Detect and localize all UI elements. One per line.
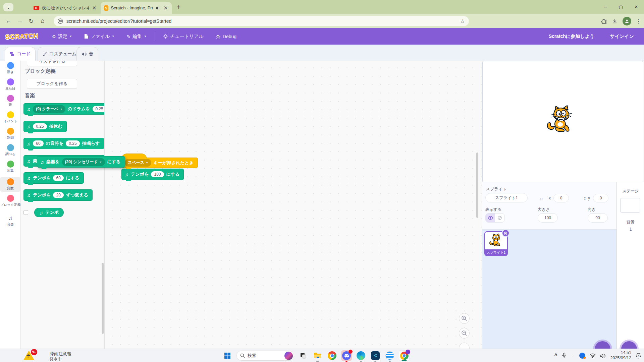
start-button[interactable] (222, 350, 233, 361)
script-set-tempo[interactable]: ♫ テンポを 180 にする (121, 169, 184, 180)
delete-sprite-button[interactable] (502, 229, 509, 237)
notification-bell-icon[interactable]: z (636, 353, 641, 359)
tray-chevron-up-icon[interactable]: ^ (554, 353, 557, 359)
tab-audio-icon[interactable] (155, 6, 160, 10)
backdrop-thumbnail[interactable] (620, 198, 640, 213)
key-dropdown[interactable]: スペース (125, 159, 151, 167)
show-sprite-button[interactable] (486, 214, 495, 222)
close-tab-icon[interactable]: ✕ (163, 5, 168, 11)
menu-edit[interactable]: ✎ 編集 ▼ (120, 28, 153, 45)
block-change-tempo[interactable]: ♫ テンポを 20 ずつ変える (23, 189, 93, 201)
code-scrollbar[interactable] (476, 153, 478, 218)
beats-input[interactable]: 0.25 (66, 140, 79, 146)
block-set-tempo[interactable]: ♫ テンポを 60 にする (23, 172, 84, 184)
scratch-logo[interactable]: SCRATCH (5, 32, 39, 41)
block-play-note[interactable]: ♫ 60 の音符を 0.25 拍鳴らす (23, 138, 104, 149)
tempo-input[interactable]: 60 (53, 175, 63, 181)
extensions-puzzle-icon[interactable] (601, 18, 607, 24)
close-tab-icon[interactable]: ✕ (92, 5, 97, 11)
tempo-input[interactable]: 180 (151, 171, 164, 177)
browser-menu-icon[interactable]: ⋮ (636, 18, 641, 24)
sprite-name-input[interactable] (485, 193, 528, 202)
reload-button[interactable]: ↻ (25, 17, 37, 25)
new-tab-button[interactable]: + (177, 3, 181, 11)
code-workspace[interactable] (105, 61, 482, 349)
tab-sounds[interactable]: 音 (76, 47, 98, 61)
url-text[interactable]: scratch.mit.edu/projects/editor/?tutoria… (66, 18, 457, 24)
category-sound[interactable]: 音 (0, 95, 21, 107)
menu-tutorials[interactable]: チュートリアル (157, 28, 210, 45)
search-highlight-image[interactable] (284, 352, 293, 360)
script-hat-key-pressed[interactable]: スペース キーが押されたとき (121, 158, 198, 168)
drum-dropdown[interactable]: (9) クラーベ (33, 105, 65, 113)
size-input[interactable] (538, 213, 558, 223)
file-explorer-icon[interactable] (312, 350, 323, 361)
menu-file[interactable]: ファイル ▼ (78, 28, 120, 45)
block-tempo-reporter[interactable]: ♫ テンポ (34, 208, 64, 217)
x-app-tray-icon[interactable]: ✕ (571, 353, 575, 359)
category-control[interactable]: 制御 (0, 128, 21, 140)
direction-input[interactable] (588, 213, 608, 223)
y-input[interactable] (593, 194, 608, 202)
zoom-in-button[interactable] (459, 313, 470, 324)
tempo-reporter-checkbox[interactable] (23, 210, 28, 215)
code-app-icon[interactable]: < (370, 350, 381, 361)
category-music[interactable]: ♫音楽 (0, 215, 21, 226)
volume-icon[interactable] (600, 353, 606, 358)
menu-debug[interactable]: Debug (210, 28, 243, 45)
block-rest[interactable]: ♫ 0.25 拍休む (23, 121, 67, 132)
edge-icon[interactable] (356, 350, 366, 361)
tab-code[interactable]: コード (5, 47, 36, 61)
wifi-icon[interactable] (590, 353, 596, 358)
download-icon[interactable] (612, 18, 618, 24)
weather-widget-status[interactable]: 発令中 (50, 356, 62, 362)
browser-tab-youtube[interactable]: ▶ 夜に聴きたいオシャレギター - YouTu ✕ (30, 2, 101, 14)
microphone-icon[interactable] (562, 353, 567, 359)
home-button[interactable]: ⌂ (37, 17, 48, 24)
forward-button[interactable]: → (14, 17, 25, 24)
discord-icon[interactable] (341, 350, 352, 361)
category-operators[interactable]: 演算 (0, 161, 21, 173)
tempo-input[interactable]: 20 (53, 192, 63, 198)
back-button[interactable]: ← (3, 17, 14, 24)
stage-sprite-cat[interactable] (545, 103, 577, 138)
window-maximize-button[interactable]: ▢ (613, 0, 629, 14)
blue-app-tray-icon[interactable] (579, 353, 585, 359)
tab-costumes[interactable]: コスチューム (38, 47, 82, 61)
clock[interactable]: 14:51 2025/09/12 (610, 350, 631, 361)
sign-in-link[interactable]: サインイン (610, 34, 634, 40)
browser-tab-scratch[interactable]: S Scratch - Imagine, Program ✕ (101, 2, 172, 14)
make-block-button[interactable]: ブロックを作る (27, 79, 77, 89)
x-input[interactable] (553, 194, 569, 202)
chrome-icon[interactable] (327, 350, 337, 361)
beats-input[interactable]: 0.25 (93, 106, 105, 112)
make-list-button[interactable]: リストを作る (27, 61, 77, 66)
block-play-drum[interactable]: ♫ (9) クラーベ のドラムを 0.25 拍鳴らす (23, 103, 105, 115)
tab-search-button[interactable]: ⌄ (3, 3, 13, 11)
address-bar[interactable]: scratch.mit.edu/projects/editor/?tutoria… (54, 16, 469, 26)
profile-avatar[interactable] (623, 17, 631, 25)
taskbar-search[interactable]: 検索 (236, 351, 294, 361)
hide-sprite-button[interactable] (495, 214, 504, 222)
site-info-icon[interactable] (58, 18, 63, 24)
window-close-button[interactable]: ✕ (629, 0, 644, 14)
menu-settings[interactable]: ⚙ 設定 ▼ (46, 28, 78, 45)
instrument-dropdown[interactable]: (20) シンセリード (62, 158, 105, 166)
dragged-block-set-instrument[interactable]: ♫ 楽器を (20) シンセリード にする (37, 156, 125, 168)
window-minimize-button[interactable]: ─ (598, 0, 613, 14)
chrome-active-icon[interactable] (399, 350, 410, 361)
category-motion[interactable]: 動き (0, 62, 21, 74)
zoom-out-button[interactable] (459, 328, 470, 339)
bookmark-star-icon[interactable]: ☆ (460, 18, 465, 24)
note-input[interactable]: 60 (33, 140, 43, 146)
category-looks[interactable]: 見た目 (0, 78, 21, 90)
palette-scrollbar[interactable] (102, 263, 104, 334)
task-view-button[interactable] (298, 350, 309, 361)
category-events[interactable]: イベント (0, 111, 21, 123)
category-variables[interactable]: 変数 (0, 177, 21, 192)
beats-input[interactable]: 0.25 (33, 123, 47, 129)
category-myblocks[interactable]: ブロック定義 (0, 195, 21, 207)
sphere-app-icon[interactable] (384, 350, 395, 361)
category-sensing[interactable]: 調べる (0, 144, 21, 156)
join-scratch-link[interactable]: Scratchに参加しよう (549, 34, 595, 40)
